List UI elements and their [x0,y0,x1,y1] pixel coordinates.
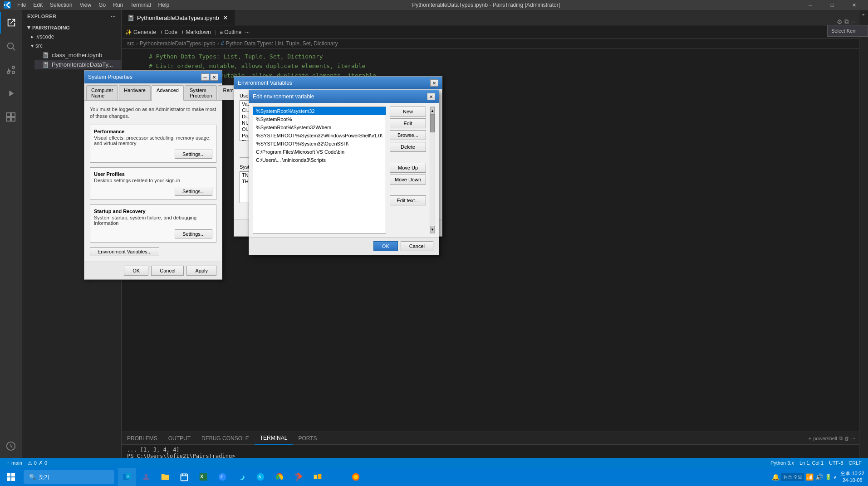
tab-hardware[interactable]: Hardware [119,85,151,100]
edit-env-new-btn[interactable]: New [390,107,426,117]
edit-env-item-6[interactable]: C:\Users\... \miniconda3\Scripts [253,156,386,164]
edit-env-browse-btn[interactable]: Browse... [390,130,426,140]
edit-env-item-1[interactable]: %SystemRoot% [253,115,386,123]
menu-selection[interactable]: Selection [47,1,75,9]
menu-edit[interactable]: Edit [30,1,45,9]
edit-env-move-up-btn[interactable]: Move Up [390,163,426,173]
cursor-position[interactable]: Ln 1, Col 1 [797,458,826,468]
scroll-up-btn[interactable]: ▲ [430,107,435,114]
menu-file[interactable]: File [15,1,29,9]
scroll-thumb[interactable] [430,114,435,132]
minimize-button[interactable]: ─ [800,0,821,10]
close-button[interactable]: ✕ [843,0,864,10]
app-store[interactable] [328,468,346,486]
app-outlook[interactable]: M [118,468,136,486]
clock[interactable]: 오후 10:22 24-10-08 [840,470,864,484]
edit-env-item-3[interactable]: %SYSTEMROOT%\System32\WindowsPowerShell\… [253,131,386,140]
notification-icon[interactable]: 🔔 [772,473,780,481]
edit-env-scrollbar[interactable]: ▲ ▼ [430,107,435,233]
edit-env-item-5[interactable]: C:\Program Files\Microsoft VS Code\bin [253,148,386,156]
env-vars-close-btn[interactable]: ✕ [430,79,438,87]
menu-go[interactable]: Go [96,1,108,9]
app-browser2[interactable] [347,468,365,486]
menu-help[interactable]: Help [156,1,172,9]
eol-status[interactable]: CRLF [846,458,864,468]
app-chrome[interactable] [270,468,289,486]
dialog-controls: ─ ✕ [201,73,218,81]
taskbar: 🔍 찾기 M X Z S [0,468,868,486]
python-status[interactable]: Python 3.x [768,458,797,468]
edit-env-title: Edit environment variable [253,93,314,100]
edit-env-move-down-btn[interactable]: Move Down [390,175,426,185]
edit-env-item-0[interactable]: %SystemRoot%\system32 [253,107,386,115]
tab-system-protection[interactable]: System Protection [185,85,217,100]
app-excel[interactable]: X [194,468,212,486]
git-branch-status[interactable]: ⑂ main [4,458,25,468]
app-skype[interactable]: S [251,468,270,486]
tab-advanced[interactable]: Advanced [152,85,184,101]
env-vars-btn[interactable]: Environment Variables... [90,247,159,256]
dialog-overlay: System Properties ─ ✕ Computer Name Hard… [0,0,868,468]
menu-run[interactable]: Run [110,1,126,9]
svg-rect-14 [11,477,15,481]
start-button[interactable] [0,468,22,486]
performance-section: Performance Visual effects, processor sc… [90,125,216,163]
tab-computer-name[interactable]: Computer Name [86,85,118,100]
branch-icon: ⑂ [6,460,10,466]
user-profiles-settings-btn[interactable]: Settings... [175,187,212,196]
dialog-close-btn[interactable]: ✕ [210,73,218,81]
app-teams[interactable] [137,468,155,486]
edit-env-item-4[interactable]: %SYSTEMROOT%\System32\OpenSSH\ [253,140,386,148]
edit-env-item-2[interactable]: %SystemRoot%\System32\Wbem [253,123,386,131]
user-profiles-section: User Profiles Desktop settings related t… [90,167,216,200]
edit-env-buttons: New Edit Browse... Delete Move Up Move D… [390,107,426,233]
menu-terminal[interactable]: Terminal [128,1,153,9]
scroll-down-btn[interactable]: ▼ [430,226,435,233]
app-edge[interactable] [232,468,250,486]
menu-view[interactable]: View [77,1,94,9]
edit-env-ok-btn[interactable]: OK [373,241,398,251]
edit-env-titlebar: Edit environment variable ✕ [249,90,439,103]
edit-env-edit-btn[interactable]: Edit [390,118,426,128]
system-props-footer: OK Cancel Apply [84,262,222,279]
maximize-button[interactable]: □ [822,0,843,10]
performance-settings-btn[interactable]: Settings... [175,150,212,159]
svg-rect-30 [314,475,318,479]
edit-env-footer: OK Cancel [249,237,439,255]
performance-label: Performance [94,129,212,134]
app-files2[interactable] [309,468,327,486]
dialog-minimize-btn[interactable]: ─ [201,73,209,81]
svg-rect-19 [181,474,188,481]
system-props-cancel-btn[interactable]: Cancel [151,266,184,276]
edit-env-controls: ✕ [427,93,435,100]
edit-env-cancel-btn[interactable]: Cancel [401,241,433,251]
network-icon[interactable]: 📶 [806,473,814,481]
system-props-ok-btn[interactable]: OK [124,266,148,276]
edit-env-close-btn[interactable]: ✕ [427,93,435,100]
volume-icon[interactable]: 🔊 [815,473,823,481]
system-props-apply-btn[interactable]: Apply [186,266,216,276]
encoding-status[interactable]: UTF-8 [826,458,846,468]
system-tray-chevron[interactable]: ∧ [834,475,837,480]
app-calendar[interactable] [175,468,193,486]
edit-env-list[interactable]: %SystemRoot%\system32 %SystemRoot% %Syst… [253,107,386,233]
app-zoom[interactable]: Z [213,468,231,486]
startup-settings-btn[interactable]: Settings... [175,229,212,238]
system-props-titlebar: System Properties ─ ✕ [84,71,222,83]
svg-rect-12 [11,473,15,476]
user-profiles-desc: Desktop settings related to your sign-in [94,178,212,183]
app-files[interactable] [156,468,174,486]
taskbar-search[interactable]: 🔍 찾기 [24,470,114,484]
warning-icon: ✗ [39,460,43,466]
startup-recovery-label: Startup and Recovery [94,209,212,214]
select-kerr-button[interactable]: Select Kerr [827,25,868,37]
system-props-title: System Properties [88,74,132,80]
errors-status[interactable]: ⚠ 0 ✗ 0 [25,458,50,468]
edit-env-edit-text-btn[interactable]: Edit text... [390,195,426,205]
menu-bar: File Edit Selection View Go Run Terminal… [15,1,172,9]
edit-env-delete-btn[interactable]: Delete [390,142,426,152]
battery-icon[interactable]: 🔋 [825,474,832,480]
system-properties-dialog: System Properties ─ ✕ Computer Name Hard… [84,70,222,280]
search-icon: 🔍 [29,474,36,480]
app-git[interactable] [289,468,308,486]
